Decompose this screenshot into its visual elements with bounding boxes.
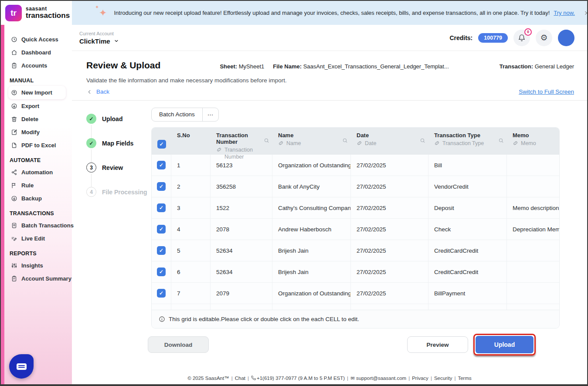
cell-sno[interactable]: 6 (171, 261, 211, 282)
settings-button[interactable]: ⚙ (536, 30, 552, 46)
cell-transaction-number[interactable]: 2079 (211, 283, 272, 304)
table-row-partial (152, 304, 559, 310)
cell-transaction-type[interactable]: CreditCardCredit (428, 261, 507, 282)
cell-transaction-number[interactable]: 356258 (211, 176, 272, 197)
cell-transaction-type[interactable]: VendorCredit (428, 176, 507, 197)
cell-transaction-number[interactable]: 52634 (211, 261, 272, 282)
stepper: ✓ Upload ✓ Map Fields 3 Review 4 File Pr… (72, 106, 151, 384)
sidebar-item-export[interactable]: Export (10, 99, 68, 112)
share-nodes-icon (11, 169, 17, 176)
row-checkbox[interactable]: ✓ (157, 182, 166, 191)
switch-fullscreen-link[interactable]: Switch to Full Screen (519, 88, 574, 95)
security-link[interactable]: Security (434, 376, 452, 381)
step-check-icon: ✓ (86, 114, 96, 124)
step-review: 3 Review (86, 163, 151, 173)
cell-transaction-number[interactable]: 2078 (211, 219, 272, 240)
cell-sno[interactable]: 3 (171, 197, 211, 218)
cell-date[interactable]: 27/02/2025 (351, 197, 428, 218)
row-checkbox[interactable]: ✓ (157, 161, 166, 169)
privacy-link[interactable]: Privacy (412, 376, 428, 381)
cell-memo[interactable] (507, 261, 559, 282)
cell-transaction-type[interactable]: BillPayment (428, 283, 507, 304)
download-button[interactable]: Download (148, 336, 209, 353)
cell-sno[interactable]: 5 (171, 240, 211, 261)
cell-memo[interactable] (507, 240, 559, 261)
cell-transaction-type[interactable]: CreditCardCredit (428, 240, 507, 261)
sidebar-item-automation[interactable]: Automation (10, 166, 68, 179)
sidebar-item-delete[interactable]: Delete (10, 112, 68, 125)
row-checkbox[interactable]: ✓ (157, 267, 166, 276)
cell-name[interactable]: Andrew Haberbosch (272, 219, 351, 240)
cell-memo[interactable] (507, 176, 559, 197)
notifications-button[interactable]: 0 (513, 30, 530, 46)
section-reports: REPORTS (10, 251, 68, 257)
more-actions-button[interactable]: ⋯ (202, 108, 218, 121)
cell-name[interactable]: Cathy's Consulting Company:Ca (272, 197, 351, 218)
cell-sno[interactable]: 4 (171, 219, 211, 240)
pencil-lines-icon (11, 235, 17, 242)
sidebar-item-live-edit[interactable]: Live Edit (10, 232, 68, 245)
cell-name[interactable]: Organization of Outstanding Ev (272, 283, 351, 304)
cell-date[interactable]: 27/02/2025 (351, 283, 428, 304)
terms-link[interactable]: Terms (458, 376, 471, 381)
search-icon[interactable] (342, 138, 348, 143)
cell-memo[interactable] (507, 283, 559, 304)
banner-message: Introducing our new receipt upload featu… (114, 10, 550, 16)
sidebar-item-modify[interactable]: Modify (10, 125, 68, 139)
cell-name[interactable]: Brijesh Jain (272, 240, 351, 261)
try-now-link[interactable]: Try now. (554, 10, 575, 16)
page-head: Review & Upload Sheet: MySheet1 File Nam… (72, 51, 587, 95)
search-icon[interactable] (420, 138, 425, 143)
cell-transaction-type[interactable]: Deposit (428, 197, 507, 218)
cell-transaction-number[interactable]: 52634 (211, 240, 272, 261)
avatar[interactable] (558, 30, 574, 46)
sidebar-item-accounts[interactable]: Accounts (10, 59, 68, 72)
cell-date[interactable]: 27/02/2025 (351, 219, 428, 240)
back-button[interactable]: Back (86, 88, 109, 95)
batch-actions-button[interactable]: Batch Actions (152, 108, 202, 121)
cell-name[interactable]: Bank of AnyCity (272, 176, 351, 197)
cell-transaction-type[interactable]: Check (428, 219, 507, 240)
preview-button[interactable]: Preview (407, 336, 468, 353)
sidebar-item-pdf-to-excel[interactable]: PDF to Excel (10, 139, 68, 152)
sidebar-item-dashboard[interactable]: Dashboard (10, 46, 68, 59)
cell-sno[interactable]: 7 (171, 283, 211, 304)
sheet-info: Sheet: MySheet1 (220, 63, 264, 70)
cell-memo[interactable]: Memo description fo (507, 197, 559, 218)
cell-date[interactable]: 27/02/2025 (351, 261, 428, 282)
table-row: ✓ 2 356258 Bank of AnyCity 27/02/2025 Ve… (152, 176, 559, 197)
cell-date[interactable]: 27/02/2025 (351, 176, 428, 197)
cell-transaction-number[interactable]: 1522 (211, 197, 272, 218)
step-upload: ✓ Upload (86, 114, 151, 124)
chat-link[interactable]: Chat (235, 376, 245, 381)
info-icon (159, 316, 165, 322)
close-icon[interactable]: ✕ (584, 10, 588, 17)
sidebar-item-insights[interactable]: Insights (10, 259, 68, 272)
select-all-checkbox[interactable]: ✓ (157, 140, 166, 149)
logo-line1: saasant (26, 6, 70, 12)
support-email-link[interactable]: support@saasant.com (356, 376, 406, 381)
cell-memo[interactable]: Depreciation Memo (507, 219, 559, 240)
cell-name[interactable]: Brijesh Jain (272, 261, 351, 282)
cell-date[interactable]: 27/02/2025 (351, 240, 428, 261)
link-icon (513, 140, 518, 146)
sidebar-item-new-import[interactable]: New Import (8, 86, 66, 99)
cell-sno[interactable]: 2 (171, 176, 211, 197)
sidebar-item-batch-transactions[interactable]: Batch Transactions (10, 219, 68, 232)
chat-widget-button[interactable] (9, 354, 34, 379)
row-checkbox[interactable]: ✓ (157, 246, 166, 255)
link-icon (357, 140, 362, 146)
table-row: ✓ 3 1522 Cathy's Consulting Company:Ca 2… (152, 197, 559, 219)
sidebar-item-backup[interactable]: Backup (10, 192, 68, 205)
sidebar-item-quick-access[interactable]: Quick Access (10, 33, 68, 46)
row-checkbox[interactable]: ✓ (157, 289, 166, 298)
table-row: ✓ 6 52634 Brijesh Jain 27/02/2025 Credit… (152, 261, 559, 283)
account-selector[interactable]: ClickTime (79, 37, 119, 45)
sidebar-item-rule[interactable]: Rule (10, 179, 68, 192)
row-checkbox[interactable]: ✓ (157, 203, 166, 212)
row-checkbox[interactable]: ✓ (157, 225, 166, 234)
search-icon[interactable] (498, 138, 504, 143)
upload-button[interactable]: Upload (476, 336, 534, 353)
search-icon[interactable] (264, 138, 269, 143)
sidebar-item-account-summary[interactable]: Account Summary (10, 272, 68, 285)
